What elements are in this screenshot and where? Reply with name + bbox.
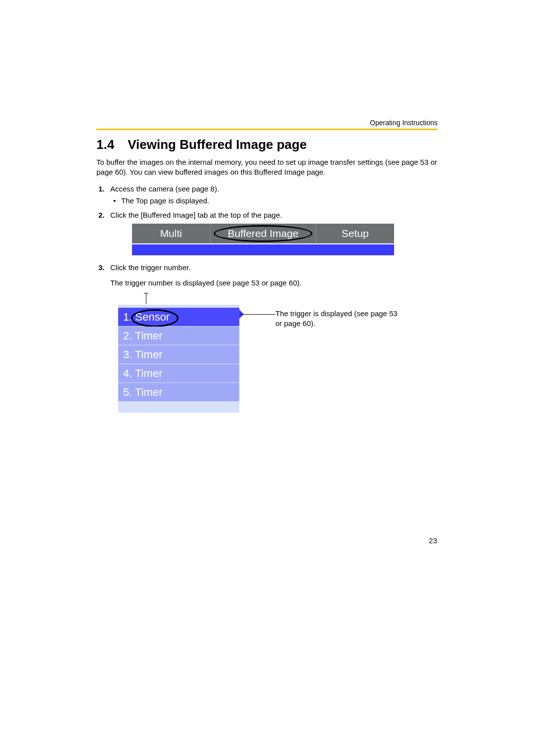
step-1-sub-1: The Top page is displayed.: [110, 195, 438, 207]
step-3-followup: The trigger number is displayed (see pag…: [110, 279, 438, 287]
step-text: Access the camera (see page 8).: [110, 185, 219, 193]
running-head: Operating Instructions: [96, 119, 438, 127]
step-3: Click the trigger number.: [96, 262, 438, 274]
step-text: Click the [Buffered Image] tab at the to…: [110, 211, 282, 219]
trigger-item-number: 4.: [123, 367, 132, 379]
trigger-item-label: Timer: [135, 330, 162, 342]
trigger-item-3[interactable]: 3. Timer: [118, 345, 239, 364]
trigger-item-4[interactable]: 4. Timer: [118, 364, 239, 383]
section-intro: To buffer the images on the internal mem…: [96, 157, 438, 178]
trigger-item-5[interactable]: 5. Timer: [118, 383, 239, 402]
callout-leader-icon: [240, 314, 275, 315]
tab-label: Setup: [342, 228, 369, 239]
step-1: Access the camera (see page 8). The Top …: [96, 184, 438, 207]
trigger-item-number: 5.: [123, 386, 132, 398]
tab-setup[interactable]: Setup: [316, 224, 394, 243]
trigger-item-label: Timer: [135, 386, 162, 398]
trigger-item-label: Timer: [135, 348, 162, 361]
step-list: Access the camera (see page 8). The Top …: [96, 184, 438, 274]
trigger-figure: 1. Sensor 2. Timer 3. Timer 4. Timer 5. …: [118, 293, 438, 422]
tab-label: Buffered Image: [227, 228, 298, 239]
trigger-item-1[interactable]: 1. Sensor: [118, 308, 239, 327]
trigger-item-label: Timer: [135, 367, 162, 379]
step-2: Click the [Buffered Image] tab at the to…: [96, 210, 438, 256]
tab-row: Multi Buffered Image Setup: [132, 224, 394, 243]
trigger-item-number: 2.: [123, 330, 132, 342]
trigger-list: 1. Sensor 2. Timer 3. Timer 4. Timer 5. …: [118, 305, 239, 413]
section-heading: 1.4 Viewing Buffered Image page: [96, 137, 438, 152]
pointer-stem-icon: [146, 293, 146, 304]
tab-label: Multi: [160, 228, 182, 239]
step-1-sub: The Top page is displayed.: [110, 195, 438, 207]
tabbar-figure: Multi Buffered Image Setup: [132, 224, 394, 255]
tab-buffered-image[interactable]: Buffered Image: [211, 224, 316, 243]
section-title: Viewing Buffered Image page: [128, 137, 307, 152]
trigger-item-number: 1.: [123, 311, 132, 323]
section-number: 1.4: [96, 137, 124, 152]
page-number: 23: [429, 536, 437, 545]
trigger-item-label: Sensor: [135, 311, 170, 323]
step-text: Click the trigger number.: [110, 263, 191, 272]
tabbar-accent: [132, 243, 394, 255]
trigger-item-2[interactable]: 2. Timer: [118, 327, 239, 345]
trigger-item-number: 3.: [123, 348, 132, 361]
trigger-callout: The trigger is displayed (see page 53 or…: [275, 309, 404, 329]
tab-multi[interactable]: Multi: [132, 224, 211, 243]
header-rule: [96, 129, 438, 130]
